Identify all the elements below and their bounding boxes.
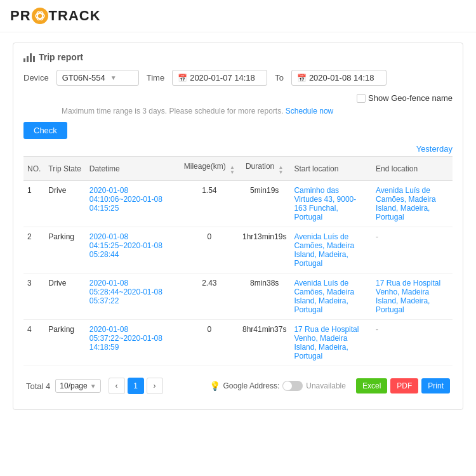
start-location-link[interactable]: 17 Rua de Hospital Venho, Madeira Island… bbox=[294, 325, 359, 360]
cell-duration: 8hr41min37s bbox=[239, 320, 290, 366]
table-row: 3 Drive 2020-01-08 05:28:44~2020-01-08 0… bbox=[23, 274, 453, 320]
main-content: Trip report Device GT06N-554 ▼ Time 📅 20… bbox=[0, 32, 476, 420]
device-select[interactable]: GT06N-554 ▼ bbox=[56, 70, 139, 86]
col-header-state: Trip State bbox=[44, 157, 85, 181]
per-page-chevron: ▼ bbox=[90, 383, 96, 390]
cell-state: Drive bbox=[44, 274, 85, 320]
info-text-content: Maximum time range is 3 days. Please sch… bbox=[62, 107, 283, 116]
cell-no: 3 bbox=[23, 274, 44, 320]
cell-duration: 1hr13min19s bbox=[239, 227, 290, 274]
table-row: 2 Parking 2020-01-08 04:15:25~2020-01-08… bbox=[23, 227, 453, 274]
report-card: Trip report Device GT06N-554 ▼ Time 📅 20… bbox=[13, 43, 463, 410]
logo-text-pre: PR bbox=[10, 8, 31, 24]
cell-end: 17 Rua de Hospital Venho, Madeira Island… bbox=[372, 274, 453, 320]
google-address-row: 💡 Google Address: Unavailable bbox=[209, 381, 346, 391]
col-header-duration[interactable]: Duration ▲▼ bbox=[239, 157, 290, 181]
per-page-value: 10/page bbox=[60, 381, 87, 390]
info-text: Maximum time range is 3 days. Please sch… bbox=[62, 107, 453, 116]
col-header-no: NO. bbox=[23, 157, 44, 181]
geofence-row: Show Geo-fence name bbox=[357, 93, 453, 103]
start-location-link[interactable]: Caminho das Virtudes 43, 9000-163 Funcha… bbox=[294, 186, 356, 221]
table-header-row: NO. Trip State Datetime Mileage(km) ▲▼ D… bbox=[23, 157, 453, 181]
page-1-button[interactable]: 1 bbox=[128, 378, 144, 394]
time-from-input[interactable]: 📅 2020-01-07 14:18 bbox=[172, 70, 267, 86]
pagination: ‹ 1 › bbox=[109, 378, 163, 394]
yesterday-row: Yesterday bbox=[23, 144, 453, 154]
trip-table: NO. Trip State Datetime Mileage(km) ▲▼ D… bbox=[23, 156, 453, 366]
datetime-link[interactable]: 2020-01-08 04:10:06~2020-01-08 04:15:25 bbox=[89, 186, 162, 213]
cell-datetime: 2020-01-08 05:37:22~2020-01-08 14:18:59 bbox=[86, 320, 180, 366]
print-button[interactable]: Print bbox=[421, 378, 450, 393]
cell-state: Drive bbox=[44, 181, 85, 227]
to-label: To bbox=[275, 73, 284, 83]
next-page-button[interactable]: › bbox=[147, 378, 163, 394]
prev-page-button[interactable]: ‹ bbox=[109, 378, 125, 394]
pdf-button[interactable]: PDF bbox=[390, 378, 418, 393]
yesterday-link[interactable]: Yesterday bbox=[416, 144, 453, 154]
datetime-link[interactable]: 2020-01-08 04:15:25~2020-01-08 05:28:44 bbox=[89, 232, 162, 259]
cell-datetime: 2020-01-08 04:15:25~2020-01-08 05:28:44 bbox=[86, 227, 180, 274]
end-location-link[interactable]: 17 Rua de Hospital Venho, Madeira Island… bbox=[376, 279, 440, 314]
device-value: GT06N-554 bbox=[62, 73, 105, 83]
logo-text-post: TRACK bbox=[49, 8, 101, 24]
cell-state: Parking bbox=[44, 227, 85, 274]
geofence-checkbox[interactable] bbox=[357, 94, 366, 103]
cell-no: 4 bbox=[23, 320, 44, 366]
unavailable-label: Unavailable bbox=[306, 381, 346, 390]
cell-end: - bbox=[372, 227, 453, 274]
end-dash: - bbox=[376, 325, 378, 334]
col-header-end: End location bbox=[372, 157, 453, 181]
cell-no: 2 bbox=[23, 227, 44, 274]
toggle-knob bbox=[283, 381, 292, 390]
col-header-datetime: Datetime bbox=[86, 157, 180, 181]
cell-state: Parking bbox=[44, 320, 85, 366]
cell-mileage: 1.54 bbox=[180, 181, 239, 227]
cell-mileage: 0 bbox=[180, 227, 239, 274]
start-location-link[interactable]: Avenida Luís de Camões, Madeira Island, … bbox=[294, 232, 354, 268]
report-title-text: Trip report bbox=[39, 52, 83, 62]
time-to-value: 2020-01-08 14:18 bbox=[309, 73, 374, 83]
col-header-mileage[interactable]: Mileage(km) ▲▼ bbox=[180, 157, 239, 181]
header: PR TRACK bbox=[0, 0, 476, 32]
check-button[interactable]: Check bbox=[23, 122, 67, 139]
mileage-sort-icon: ▲▼ bbox=[230, 165, 235, 175]
schedule-link[interactable]: Schedule now bbox=[286, 107, 333, 116]
cell-end: Avenida Luís de Camões, Madeira Island, … bbox=[372, 181, 453, 227]
datetime-link[interactable]: 2020-01-08 05:28:44~2020-01-08 05:37:22 bbox=[89, 279, 162, 305]
time-to-input[interactable]: 📅 2020-01-08 14:18 bbox=[291, 70, 387, 86]
cell-start: Caminho das Virtudes 43, 9000-163 Funcha… bbox=[290, 181, 372, 227]
duration-sort-icon: ▲▼ bbox=[279, 165, 284, 175]
table-row: 4 Parking 2020-01-08 05:37:22~2020-01-08… bbox=[23, 320, 453, 366]
report-title: Trip report bbox=[23, 52, 453, 62]
action-buttons: Excel PDF Print bbox=[356, 378, 450, 393]
cell-mileage: 2.43 bbox=[180, 274, 239, 320]
cell-start: Avenida Luís de Camões, Madeira Island, … bbox=[290, 227, 372, 274]
start-location-link[interactable]: Avenida Luís de Camões, Madeira Island, … bbox=[294, 279, 354, 314]
logo-icon bbox=[32, 8, 48, 24]
per-page-select[interactable]: 10/page ▼ bbox=[55, 379, 100, 393]
cell-duration: 5min19s bbox=[239, 181, 290, 227]
cell-start: 17 Rua de Hospital Venho, Madeira Island… bbox=[290, 320, 372, 366]
cell-start: Avenida Luís de Camões, Madeira Island, … bbox=[290, 274, 372, 320]
table-footer: Total 4 10/page ▼ ‹ 1 › 💡 Google Address… bbox=[23, 371, 453, 400]
end-dash: - bbox=[376, 232, 378, 241]
logo: PR TRACK bbox=[10, 8, 101, 24]
datetime-link[interactable]: 2020-01-08 05:37:22~2020-01-08 14:18:59 bbox=[89, 325, 162, 352]
col-header-start: Start location bbox=[290, 157, 372, 181]
time-from-value: 2020-01-07 14:18 bbox=[190, 73, 255, 83]
chevron-down-icon: ▼ bbox=[110, 74, 117, 81]
end-location-link[interactable]: Avenida Luís de Camões, Madeira Island, … bbox=[376, 186, 436, 221]
bulb-icon: 💡 bbox=[209, 381, 220, 391]
controls-row: Device GT06N-554 ▼ Time 📅 2020-01-07 14:… bbox=[23, 70, 453, 103]
google-toggle[interactable] bbox=[282, 381, 303, 391]
cell-datetime: 2020-01-08 04:10:06~2020-01-08 04:15:25 bbox=[86, 181, 180, 227]
geofence-label: Show Geo-fence name bbox=[368, 93, 453, 103]
device-label: Device bbox=[23, 73, 49, 83]
chart-icon bbox=[23, 52, 35, 62]
total-label: Total 4 bbox=[26, 381, 50, 391]
table-row: 1 Drive 2020-01-08 04:10:06~2020-01-08 0… bbox=[23, 181, 453, 227]
time-label: Time bbox=[147, 73, 164, 83]
cell-duration: 8min38s bbox=[239, 274, 290, 320]
trip-table-wrapper: NO. Trip State Datetime Mileage(km) ▲▼ D… bbox=[23, 156, 453, 366]
excel-button[interactable]: Excel bbox=[356, 378, 387, 393]
